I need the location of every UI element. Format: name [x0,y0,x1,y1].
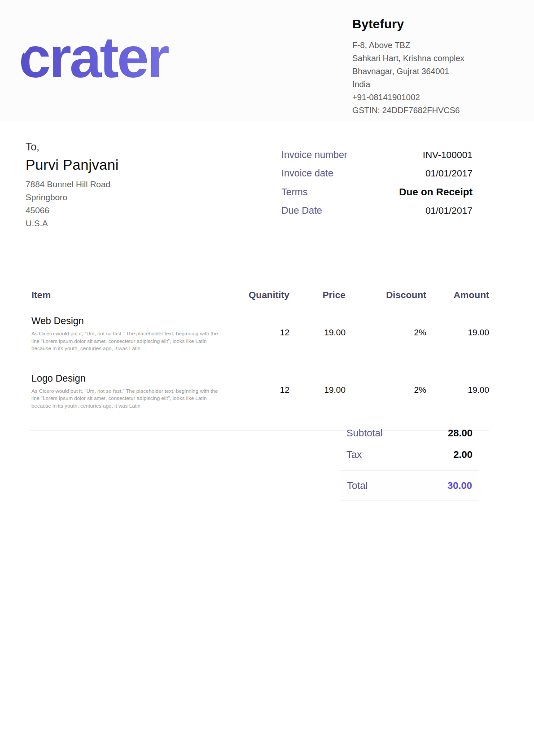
company-phone: +91-08141901002 [352,91,518,104]
col-header-price: Price [289,290,346,300]
company-gstin: GSTIN: 24DDF7682FHVCS6 [352,104,518,117]
items-table: Item Quanitity Price Discount Amount Web… [29,290,489,431]
item-cell: Logo Design As Cicero would put it, “Um,… [29,373,236,410]
due-date-value: 01/01/2017 [425,205,473,216]
item-description: As Cicero would put it, “Um, not so fast… [31,387,222,410]
invoice-number-value: INV-100001 [423,149,473,160]
tax-label: Tax [346,449,362,461]
table-row: Web Design As Cicero would put it, “Um, … [29,316,489,352]
terms-label: Terms [281,187,308,198]
item-quantity: 12 [236,316,289,338]
item-discount: 2% [346,316,426,338]
crater-logo: crater [19,26,225,93]
tax-row: Tax 2.00 [340,449,479,461]
items-table-header: Item Quanitity Price Discount Amount [29,290,489,300]
invoice-date-row: Invoice date 01/01/2017 [281,168,473,179]
bill-to-label: To, [26,141,214,153]
item-amount: 19.00 [426,373,489,395]
col-header-item: Item [29,290,236,300]
company-address-line: Bhavnagar, Gujrat 364001 [352,65,518,78]
col-header-quantity: Quanitity [236,290,289,300]
company-address-line: Sahkari Hart, Krishna complex [352,52,518,65]
total-label: Total [347,480,368,492]
subtotal-value: 28.00 [448,427,473,439]
customer-address-line: Springboro [26,191,214,204]
item-name: Logo Design [31,373,236,384]
item-amount: 19.00 [426,316,489,338]
totals-section: Subtotal 28.00 Tax 2.00 Total 30.00 [340,427,479,501]
company-info: Bytefury F-8, Above TBZ Sahkari Hart, Kr… [352,17,518,117]
company-address-line: F-8, Above TBZ [352,39,518,52]
customer-address-line: U.S.A [26,217,214,230]
item-price: 19.00 [289,316,346,338]
invoice-date-label: Invoice date [281,168,333,179]
customer-address-line: 7884 Bunnel Hill Road [26,178,214,191]
item-price: 19.00 [289,373,346,395]
subtotal-label: Subtotal [346,427,383,439]
terms-row: Terms Due on Receipt [281,186,473,198]
customer-name: Purvi Panjvani [26,157,214,173]
invoice-page: crater Bytefury F-8, Above TBZ Sahkari H… [0,0,534,756]
item-cell: Web Design As Cicero would put it, “Um, … [29,316,236,352]
total-box: Total 30.00 [340,470,479,501]
company-name: Bytefury [352,17,518,31]
table-row: Logo Design As Cicero would put it, “Um,… [29,373,489,410]
item-description: As Cicero would put it, “Um, not so fast… [31,330,222,352]
item-discount: 2% [346,373,426,395]
subtotal-row: Subtotal 28.00 [340,427,479,439]
total-value: 30.00 [447,480,472,492]
header-band: crater Bytefury F-8, Above TBZ Sahkari H… [0,0,534,121]
col-header-discount: Discount [346,290,426,300]
company-address-line: India [352,78,518,91]
item-name: Web Design [31,316,236,327]
tax-value: 2.00 [453,449,473,461]
invoice-meta: Invoice number INV-100001 Invoice date 0… [281,149,473,224]
invoice-number-row: Invoice number INV-100001 [281,149,473,161]
item-quantity: 12 [236,373,289,395]
due-date-label: Due Date [281,205,322,216]
customer-address-line: 45066 [26,204,214,217]
invoice-number-label: Invoice number [281,149,347,161]
due-date-row: Due Date 01/01/2017 [281,205,473,216]
bill-to-section: To, Purvi Panjvani 7884 Bunnel Hill Road… [26,141,214,230]
invoice-date-value: 01/01/2017 [425,168,473,179]
terms-value: Due on Receipt [399,186,473,198]
col-header-amount: Amount [426,290,489,300]
